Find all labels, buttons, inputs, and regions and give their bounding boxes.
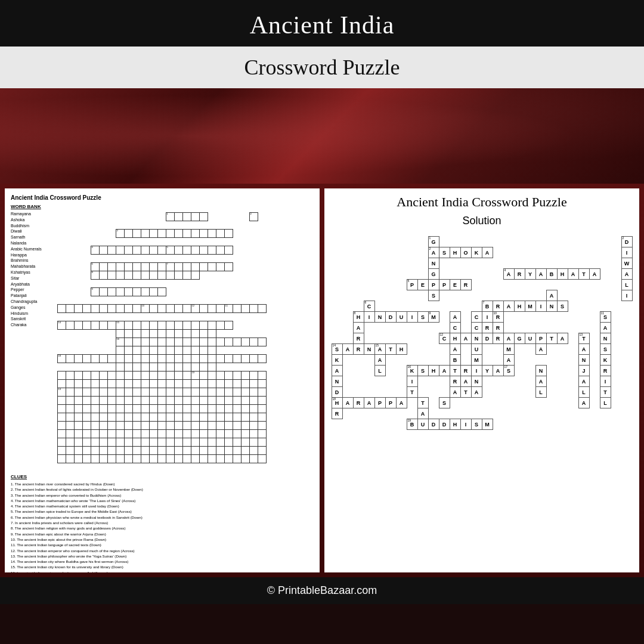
- sol-cell: [460, 301, 471, 312]
- sol-cell: [407, 269, 417, 280]
- grid-cell: [208, 354, 216, 363]
- grid-cell: [83, 454, 91, 463]
- grid-cell: [91, 354, 100, 363]
- grid-cell: [66, 396, 75, 404]
- grid-cell: [116, 312, 125, 321]
- grid-cell: [125, 438, 133, 446]
- grid-cell: [75, 221, 83, 229]
- grid-cell: [191, 429, 200, 438]
- grid-cell: [200, 254, 208, 262]
- sol-cell: [525, 376, 535, 387]
- grid-cell: [108, 371, 116, 379]
- grid-cell: [208, 413, 216, 421]
- sol-cell: [578, 419, 589, 430]
- grid-cell: [166, 404, 175, 413]
- grid-cell: [58, 346, 66, 354]
- grid-cell: [66, 454, 75, 463]
- grid-cell: [216, 404, 225, 413]
- grid-cell: [191, 463, 200, 471]
- grid-cell: [225, 229, 233, 237]
- grid-cell: [233, 446, 242, 454]
- sol-cell: R: [353, 333, 364, 344]
- grid-cell: [158, 363, 166, 371]
- grid-cell: [208, 204, 216, 212]
- grid-cell: [258, 321, 267, 329]
- sol-cell: [525, 430, 535, 441]
- sol-cell: R: [493, 333, 503, 344]
- grid-cell: [267, 396, 275, 404]
- grid-cell: [183, 221, 191, 229]
- grid-cell: [233, 221, 242, 229]
- sol-cell: [557, 237, 568, 247]
- grid-cell: [166, 354, 175, 363]
- grid-cell: [83, 254, 91, 262]
- sol-cell: [493, 237, 503, 247]
- grid-cell: [58, 254, 66, 262]
- grid-cell: [183, 287, 191, 296]
- sol-cell: T: [546, 333, 557, 344]
- sol-cell: [332, 430, 342, 441]
- grid-cell: [83, 312, 91, 321]
- grid-cell: [108, 404, 116, 413]
- grid-cell: [250, 404, 258, 413]
- sol-cell: [471, 269, 482, 280]
- grid-cell: [175, 388, 183, 396]
- grid-cell: [125, 262, 133, 271]
- sol-cell: I: [407, 312, 417, 323]
- sol-cell: A: [353, 323, 364, 333]
- clue-item: 14. The ancient Indian city where Buddha…: [11, 559, 314, 564]
- grid-cell: [83, 363, 91, 371]
- sol-cell: [439, 387, 450, 398]
- sol-cell: [460, 258, 471, 269]
- sol-cell: [546, 344, 557, 355]
- grid-cell: [83, 229, 91, 237]
- grid-cell: [83, 421, 91, 429]
- sol-cell: [493, 398, 503, 408]
- grid-cell: [141, 229, 150, 237]
- grid-cell: [83, 271, 91, 279]
- grid-cell: [242, 371, 250, 379]
- clue-item: 8. The ancient Indian religion with many…: [11, 525, 314, 531]
- grid-cell: [183, 388, 191, 396]
- sol-cell: [385, 333, 396, 344]
- grid-cell: [267, 287, 275, 296]
- grid-cell: [116, 388, 125, 396]
- sol-cell: [514, 312, 525, 323]
- grid-cell: [141, 363, 150, 371]
- sol-cell: [428, 376, 439, 387]
- sol-cell: [546, 430, 557, 441]
- grid-cell: [208, 271, 216, 279]
- grid-cell: [108, 379, 116, 388]
- grid-cell: [191, 363, 200, 371]
- grid-cell: [66, 379, 75, 388]
- grid-cell: [200, 271, 208, 279]
- grid-cell: [75, 446, 83, 454]
- sol-cell: [471, 290, 482, 301]
- grid-cell: [200, 221, 208, 229]
- sol-cell: [417, 269, 428, 280]
- grid-cell: [83, 296, 91, 304]
- sol-cell: [460, 269, 471, 280]
- sol-cell: A: [332, 366, 342, 376]
- sol-cell: A: [471, 387, 482, 398]
- sol-cell: [450, 258, 460, 269]
- grid-cell: [233, 321, 242, 329]
- grid-cell: [208, 246, 216, 254]
- copyright: © PrintableBazaar.com: [267, 584, 377, 596]
- sol-cell: [417, 430, 428, 441]
- grid-cell: [216, 413, 225, 421]
- grid-cell: [133, 363, 141, 371]
- grid-cell: [83, 463, 91, 471]
- sol-cell: A: [578, 376, 589, 387]
- sol-cell: [503, 408, 514, 419]
- grid-cell: [125, 338, 133, 346]
- sol-cell: E: [417, 280, 428, 290]
- sol-cell: [332, 280, 342, 290]
- grid-cell: [133, 229, 141, 237]
- sol-cell: [342, 301, 353, 312]
- grid-cell: [150, 329, 158, 338]
- grid-cell: [258, 413, 267, 421]
- sol-cell: A: [535, 344, 546, 355]
- sol-cell: [396, 419, 407, 430]
- sol-cell: N: [535, 366, 546, 376]
